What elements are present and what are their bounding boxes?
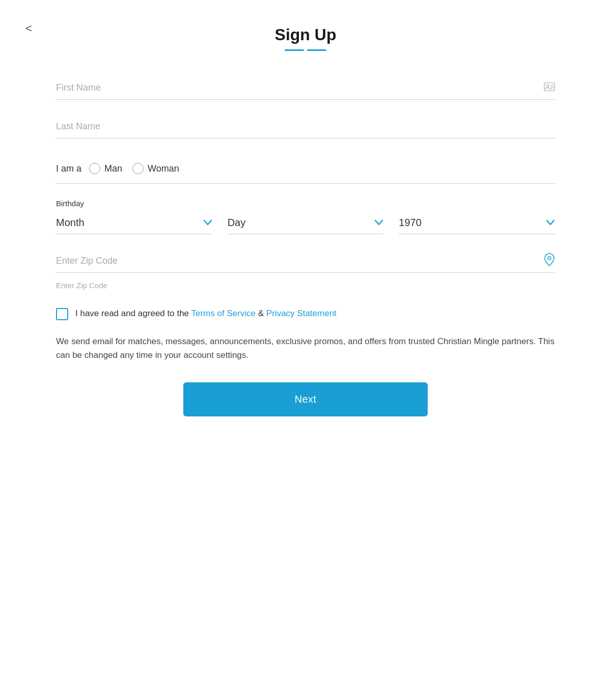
gender-woman-radio[interactable] (132, 163, 144, 174)
next-button[interactable]: Next (183, 382, 428, 416)
birthday-month-dropdown[interactable]: Month (56, 213, 212, 234)
terms-row: I have read and agreed to the Terms of S… (56, 307, 555, 320)
terms-prefix: I have read and agreed to the (75, 309, 191, 318)
day-chevron-icon (374, 217, 383, 228)
terms-checkbox[interactable] (56, 308, 68, 320)
birthday-year-value: 1970 (399, 217, 422, 229)
title-underline (56, 49, 555, 51)
email-notice: We send email for matches, messages, ann… (56, 334, 555, 362)
birthday-day-dropdown[interactable]: Day (228, 213, 384, 234)
birthday-section: Birthday Month Day (56, 199, 555, 234)
zip-section: Enter Zip Code (56, 249, 555, 292)
underline-right (307, 49, 326, 51)
contact-card-icon (544, 82, 555, 94)
gender-radio-group: Man Woman (89, 163, 179, 174)
birthday-dropdowns: Month Day (56, 213, 555, 234)
privacy-statement-link[interactable]: Privacy Statement (266, 309, 337, 318)
month-chevron-icon (203, 217, 212, 228)
svg-point-5 (548, 257, 551, 260)
gender-woman-option[interactable]: Woman (132, 163, 179, 174)
form-section: I am a Man Woman Birthday Month (56, 76, 555, 416)
year-chevron-icon (546, 217, 555, 228)
zip-field-top (56, 249, 555, 273)
page-title: Sign Up (56, 25, 555, 44)
underline-left (285, 49, 304, 51)
zip-hint: Enter Zip Code (56, 279, 555, 292)
birthday-month-value: Month (56, 217, 85, 229)
last-name-field (56, 115, 555, 138)
page-container: < Sign Up (0, 0, 611, 700)
zip-code-input[interactable] (56, 249, 555, 273)
gender-row: I am a Man Woman (56, 154, 555, 184)
back-button[interactable]: < (20, 20, 37, 37)
gender-label: I am a (56, 163, 81, 174)
terms-of-service-link[interactable]: Terms of Service (191, 309, 256, 318)
svg-point-1 (546, 85, 549, 88)
header-section: Sign Up (56, 20, 555, 51)
terms-text: I have read and agreed to the Terms of S… (75, 307, 337, 320)
gender-man-radio[interactable] (89, 163, 100, 174)
gender-woman-label: Woman (148, 163, 179, 174)
gender-man-label: Man (104, 163, 122, 174)
terms-connector: & (256, 309, 266, 318)
back-icon: < (25, 22, 32, 35)
location-pin-icon (544, 253, 555, 269)
birthday-day-value: Day (228, 217, 246, 229)
first-name-field (56, 76, 555, 100)
last-name-input[interactable] (56, 115, 555, 138)
gender-man-option[interactable]: Man (89, 163, 122, 174)
first-name-input[interactable] (56, 76, 555, 100)
birthday-year-dropdown[interactable]: 1970 (399, 213, 555, 234)
birthday-label: Birthday (56, 199, 555, 208)
